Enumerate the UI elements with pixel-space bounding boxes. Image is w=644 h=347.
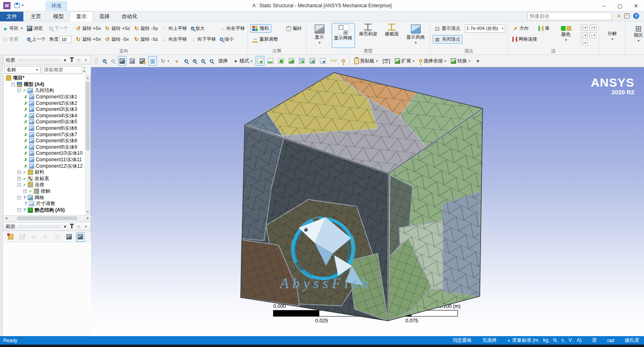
status-item-6[interactable]: 摄氏度 — [625, 337, 639, 344]
float-icon[interactable]: □ — [76, 224, 81, 229]
rescale-annotation-button[interactable]: 重新调整 — [250, 35, 280, 44]
delete-section[interactable] — [41, 232, 50, 242]
pan-down-button[interactable]: 向下平移 — [191, 34, 216, 45]
filter-coordinates-xyz[interactable] — [329, 56, 339, 66]
previous-view-button[interactable]: 上一个 — [27, 34, 46, 45]
pin-icon[interactable] — [71, 225, 72, 229]
edge-direction-button[interactable]: 方向 — [510, 24, 531, 33]
tab-主页[interactable]: 主页 — [25, 12, 47, 22]
edge-mini-button-3[interactable]: 3▾ — [589, 25, 597, 31]
minimize-button[interactable]: – — [596, 0, 612, 11]
tree-item-19[interactable]: +✓接触 — [4, 188, 85, 195]
zoom-out-button[interactable]: 缩小 — [220, 34, 245, 45]
tree-expander-icon[interactable]: − — [17, 196, 21, 199]
section-panel-header[interactable]: 截面 ▼ □ × — [3, 222, 91, 231]
save-icon[interactable] — [14, 3, 20, 8]
tree-item-5[interactable]: ✗Component2\实体2 — [4, 100, 85, 106]
edge-mini-button-2[interactable]: 2▾ — [580, 40, 588, 46]
explode-button[interactable]: 分解 ▼ — [602, 23, 623, 42]
filter-faces[interactable] — [277, 56, 285, 66]
look-mode-button[interactable]: 查看 — [2, 34, 23, 45]
status-item-5[interactable]: rad — [607, 338, 614, 343]
pan-mode-button[interactable] — [172, 56, 181, 66]
convert-menu[interactable]: 转换▾ — [449, 56, 472, 66]
section-show-caps[interactable] — [76, 232, 85, 242]
random-colors-button[interactable]: 随机 — [250, 24, 271, 33]
scroll-up-icon[interactable]: ▲ — [85, 75, 90, 81]
scroll-down-icon[interactable]: ▼ — [85, 209, 90, 214]
name-filter-select[interactable]: 名称▼ — [4, 66, 41, 74]
float-icon[interactable]: □ — [76, 58, 81, 62]
thick-shells-beams-button[interactable]: 厚壳和梁 — [357, 23, 380, 48]
outline-search-input[interactable] — [42, 66, 82, 74]
tree-item-10[interactable]: ✗Component7\实体7 — [4, 131, 85, 138]
tree-item-6[interactable]: ✗Component3\实体3 — [4, 106, 85, 113]
tree-item-11[interactable]: ✗Component8\实体8 — [4, 138, 85, 144]
tree-item-9[interactable]: ✗Component6\实体6 — [4, 125, 85, 132]
model-viewport[interactable]: 0.000 0.050 0.100 (m) 0.025 0.075 — [91, 67, 644, 336]
mode-menu[interactable]: 模式▾ — [231, 56, 254, 66]
filter-edges[interactable] — [266, 56, 275, 66]
tree-item-15[interactable]: ✗Component12\实体12 — [4, 163, 85, 169]
toolbar-overflow[interactable] — [473, 56, 482, 66]
filter-tag[interactable] — [340, 56, 347, 66]
pan-right-button[interactable]: 向右平移 — [220, 23, 245, 34]
extend-menu[interactable]: 扩展▾ — [393, 56, 416, 66]
scroll-thumb[interactable] — [17, 216, 77, 220]
tab-显示[interactable]: 显示 — [70, 11, 93, 21]
edge-mini-button-0[interactable]: 0▾ — [580, 25, 588, 31]
rotate-minus-sz-button[interactable]: 旋转 -Sz — [134, 34, 158, 45]
cross-section-button[interactable]: 横截面 — [382, 23, 402, 48]
edge-color-button[interactable]: 颜色 ▼ — [555, 23, 576, 48]
section-whole-elements[interactable] — [65, 232, 73, 242]
tree-item-18[interactable]: −✓连接 — [4, 182, 85, 188]
tree-expander-icon[interactable]: − — [17, 89, 21, 92]
tab-file[interactable]: 文件 — [0, 12, 23, 22]
tree-horizontal-scrollbar[interactable]: ◄ ► — [3, 215, 91, 221]
tree-item-8[interactable]: ✗Component5\实体5 — [4, 119, 85, 125]
filter-element-faces[interactable] — [318, 56, 327, 66]
edge-thickness-button[interactable]: 厚 — [537, 24, 552, 33]
tab-选择[interactable]: 选择 — [93, 12, 116, 22]
rotate-minus-sy-button[interactable]: 旋转 -Sy — [134, 23, 158, 34]
tree-expander-icon[interactable]: − — [17, 183, 21, 187]
close-panel-icon[interactable]: × — [83, 224, 89, 229]
vertex-scale-select[interactable]: 1.7e-004 (自动)▾ — [465, 25, 505, 33]
show-vertices-button[interactable]: 显示顶点 — [433, 24, 462, 33]
zoom-in-button[interactable] — [101, 56, 108, 66]
tree-item-16[interactable]: +✓材料 — [4, 169, 85, 176]
filter-elements[interactable] — [308, 56, 317, 66]
quick-launch-input[interactable] — [527, 12, 612, 20]
edit-section-plane[interactable] — [18, 232, 26, 242]
manage-views-button[interactable] — [138, 56, 147, 66]
tree-item-20[interactable]: −?网格 — [4, 194, 85, 201]
tree-item-12[interactable]: ✗Component9\实体9 — [4, 144, 85, 151]
next-view-button[interactable]: 下一个 — [49, 23, 72, 34]
status-item-4[interactable]: 度 — [592, 337, 597, 344]
mesh-connection-button[interactable]: 网格连接 — [510, 35, 539, 44]
tree-expander-icon[interactable]: − — [17, 208, 21, 212]
collapse-ribbon-icon[interactable]: ∧ — [617, 13, 621, 19]
panel-menu-icon[interactable]: ▼ — [62, 224, 68, 229]
zoom-out-button[interactable] — [109, 56, 116, 66]
filter-bodies[interactable] — [287, 56, 296, 66]
tree-item-7[interactable]: ✗Component4\实体4 — [4, 113, 85, 119]
tree-item-1[interactable]: 项目* — [4, 75, 85, 81]
clipboard-menu[interactable]: 剪贴板▾ — [353, 56, 380, 66]
tree-expander-icon[interactable]: + — [17, 170, 21, 174]
close-vertices-button[interactable]: 关闭顶点 — [433, 35, 462, 44]
scroll-left-icon[interactable]: ◄ — [4, 216, 8, 220]
display-mode-button[interactable]: 显示风格▼ — [404, 23, 427, 48]
outline-panel-header[interactable]: 轮廓 ▼ □ × — [3, 56, 91, 64]
rotate-minus-sx-button[interactable]: 旋转 -Sx — [105, 34, 130, 45]
section-label[interactable] — [29, 232, 38, 242]
viewports-button[interactable]: 视区 ▼ — [628, 23, 644, 43]
app-logo-icon[interactable]: M — [3, 2, 10, 9]
box-zoom-button[interactable] — [183, 56, 190, 66]
scroll-thumb[interactable] — [86, 82, 90, 150]
pin-icon[interactable] — [71, 58, 72, 62]
rotate-plus-sx-button[interactable]: 旋转 +Sx — [75, 23, 101, 34]
tab-自动化[interactable]: 自动化 — [116, 12, 143, 22]
search-expand-icons[interactable]: »▾ — [83, 66, 85, 73]
rotate-plus-sx-2-button[interactable]: 旋转 +Sx — [75, 34, 101, 45]
